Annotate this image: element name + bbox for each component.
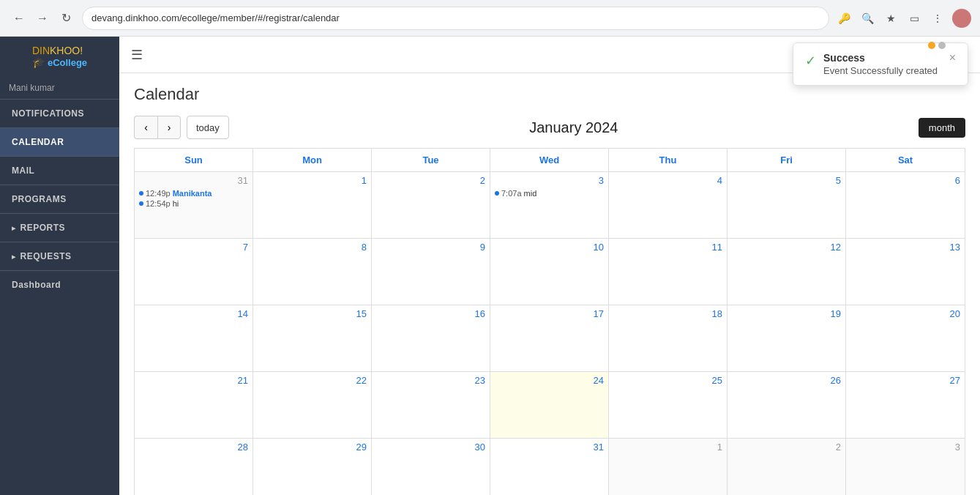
logo-din: DIN [32, 45, 50, 56]
url-text: devang.dinkhoo.com/ecollege/member/#/reg… [91, 12, 340, 23]
col-thu: Thu [609, 149, 727, 171]
calendar-cell[interactable]: 4 [609, 172, 727, 238]
password-icon[interactable]: 🔑 [835, 10, 853, 27]
col-tue: Tue [372, 149, 490, 171]
sidebar-item-notifications[interactable]: NOTIFICATIONS [0, 100, 119, 127]
calendar-event[interactable]: 12:49pManikanta [139, 189, 248, 198]
address-bar[interactable]: devang.dinkhoo.com/ecollege/member/#/reg… [82, 7, 829, 30]
calendar-event[interactable]: 12:54phi [139, 199, 248, 208]
profile-avatar[interactable] [952, 9, 971, 28]
day-number: 2 [376, 175, 485, 186]
hamburger-icon[interactable]: ☰ [131, 47, 143, 63]
calendar-cell[interactable]: 14 [135, 305, 253, 371]
sidebar: DINKHOO! 🎓 eCollege Mani kumar NOTIFICAT… [0, 37, 119, 495]
sidebar-item-programs[interactable]: PROGRAMS [0, 185, 119, 213]
day-number: 24 [495, 375, 604, 386]
day-number: 4 [613, 175, 722, 186]
sidebar-item-reports[interactable]: ▸ REPORTS [0, 214, 119, 242]
calendar-cell[interactable]: 1 [609, 439, 727, 495]
calendar-cell[interactable]: 15 [253, 305, 372, 371]
calendar-cell[interactable]: 37:07amid [490, 172, 609, 238]
search-icon[interactable]: 🔍 [859, 10, 876, 27]
event-label: hi [173, 199, 179, 208]
event-time: 7:07a [501, 189, 522, 198]
day-number: 22 [258, 375, 367, 386]
event-time: 12:54p [146, 199, 171, 208]
calendar-cell[interactable]: 13 [846, 239, 965, 305]
calendar-cell[interactable]: 3 [846, 439, 965, 495]
event-dot [139, 201, 143, 206]
day-number: 15 [258, 308, 367, 319]
toast-notification: ✓ Success Event Successfully created × [793, 42, 968, 86]
calendar-cell[interactable]: 26 [727, 372, 846, 438]
sidebar-item-requests[interactable]: ▸ REQUESTS [0, 242, 119, 270]
calendar-label: CALENDAR [12, 137, 64, 147]
calendar-event[interactable]: 7:07amid [495, 189, 604, 198]
calendar-cell[interactable]: 21 [135, 372, 253, 438]
calendar-cell[interactable]: 19 [727, 305, 846, 371]
requests-label: REQUESTS [20, 251, 72, 261]
calendar-cell[interactable]: 8 [253, 239, 372, 305]
event-time: 12:49p [146, 189, 171, 198]
calendar-cell[interactable]: 30 [372, 439, 490, 495]
menu-icon[interactable]: ⋮ [929, 10, 946, 27]
calendar-cell[interactable]: 24 [490, 372, 609, 438]
check-icon: ✓ [805, 53, 816, 69]
calendar-cell[interactable]: 18 [609, 305, 727, 371]
calendar-cell[interactable]: 11 [609, 239, 727, 305]
calendar-cell[interactable]: 22 [253, 372, 372, 438]
toast-close-button[interactable]: × [949, 52, 956, 64]
notifications-label: NOTIFICATIONS [12, 108, 84, 119]
calendar-cell[interactable]: 29 [253, 439, 372, 495]
prev-month-button[interactable]: ‹ [134, 116, 157, 139]
calendar-cell[interactable]: 1 [253, 172, 372, 238]
day-number: 19 [732, 308, 841, 319]
sidebar-item-mail[interactable]: MAIL [0, 157, 119, 185]
dot-gray [938, 42, 946, 49]
browser-refresh[interactable]: ↻ [56, 8, 76, 29]
sidebar-toggle[interactable]: ▭ [905, 10, 923, 27]
calendar-cell[interactable]: 17 [490, 305, 609, 371]
day-number: 31 [139, 175, 248, 186]
calendar-cell[interactable]: 12 [727, 239, 846, 305]
calendar-cell[interactable]: 23 [372, 372, 490, 438]
calendar-cell[interactable]: 2 [727, 439, 846, 495]
day-number: 17 [495, 308, 604, 319]
day-number: 29 [258, 442, 367, 453]
calendar-cell[interactable]: 5 [727, 172, 846, 238]
calendar-cell[interactable]: 6 [846, 172, 965, 238]
today-button[interactable]: today [187, 116, 229, 139]
calendar-cell[interactable]: 7 [135, 239, 253, 305]
page-title: Calendar [134, 85, 965, 104]
calendar-month-title: January 2024 [229, 119, 919, 136]
calendar-cell[interactable]: 27 [846, 372, 965, 438]
toast-message: Event Successfully created [823, 65, 942, 76]
logo-khoo: KHOO! [50, 45, 83, 56]
calendar-cell[interactable]: 28 [135, 439, 253, 495]
next-month-button[interactable]: › [157, 116, 181, 139]
day-number: 30 [376, 442, 485, 453]
browser-forward[interactable]: → [32, 8, 53, 29]
calendar-cell[interactable]: 2 [372, 172, 490, 238]
calendar-cell[interactable]: 25 [609, 372, 727, 438]
col-mon: Mon [253, 149, 372, 171]
bookmark-icon[interactable]: ★ [882, 10, 899, 27]
calendar-cell[interactable]: 10 [490, 239, 609, 305]
calendar-cell[interactable]: 20 [846, 305, 965, 371]
hat-icon: 🎓 [32, 56, 45, 68]
sidebar-item-dashboard[interactable]: Dashboard [0, 271, 119, 299]
calendar-header: Sun Mon Tue Wed Thu Fri Sat [135, 149, 965, 172]
calendar-cell[interactable]: 31 [490, 439, 609, 495]
day-number: 11 [613, 242, 722, 253]
month-view-button[interactable]: month [919, 118, 965, 138]
browser-back[interactable]: ← [9, 8, 29, 29]
day-number: 6 [850, 175, 960, 186]
calendar-cell[interactable]: 16 [372, 305, 490, 371]
chevron-right-icon: ▸ [12, 253, 16, 261]
calendar-cell[interactable]: 3112:49pManikanta12:54phi [135, 172, 253, 238]
sidebar-item-calendar[interactable]: CALENDAR [0, 128, 119, 156]
day-number: 8 [258, 242, 367, 253]
calendar-week-3: 14151617181920 [135, 305, 965, 372]
calendar-cell[interactable]: 9 [372, 239, 490, 305]
programs-label: PROGRAMS [12, 194, 67, 204]
